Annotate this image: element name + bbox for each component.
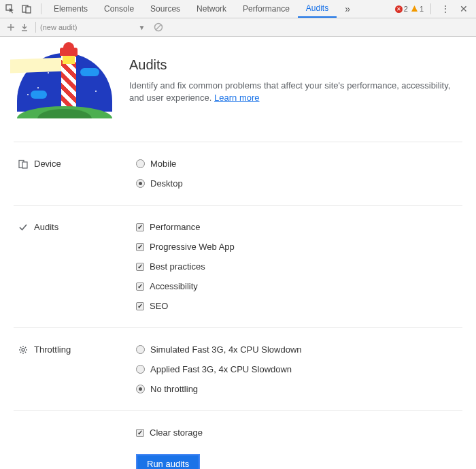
separator <box>41 3 41 14</box>
device-icon <box>18 159 29 169</box>
gear-icon <box>18 344 29 355</box>
device-label: Device <box>14 159 136 189</box>
run-audits-button[interactable]: Run audits <box>136 454 200 469</box>
checkbox-label: Clear storage <box>150 427 203 438</box>
more-tabs-icon[interactable]: » <box>337 0 358 18</box>
audits-subbar: (new audit) ▼ <box>0 18 476 37</box>
learn-more-link[interactable]: Learn more <box>214 93 259 103</box>
check-seo[interactable]: SEO <box>136 301 462 311</box>
radio-input[interactable] <box>136 365 145 374</box>
check-pwa[interactable]: Progressive Web App <box>136 242 462 252</box>
devtools-toolbar: Elements Console Sources Network Perform… <box>0 0 476 18</box>
section-footer: Clear storage Run audits <box>14 410 462 469</box>
footer-body: Clear storage Run audits <box>136 427 462 469</box>
inspect-icon[interactable] <box>4 3 16 15</box>
radio-input[interactable] <box>136 159 145 168</box>
error-icon: ✕ <box>395 5 403 13</box>
svg-point-7 <box>22 349 24 351</box>
close-icon[interactable]: ✕ <box>456 3 472 14</box>
checkbox-label: SEO <box>150 301 168 311</box>
radio-desktop[interactable]: Desktop <box>136 178 462 189</box>
download-icon[interactable] <box>18 20 31 34</box>
checkbox-input[interactable] <box>136 302 144 310</box>
svg-rect-6 <box>22 162 27 168</box>
radio-label: Desktop <box>150 178 183 189</box>
device-label-text: Device <box>34 159 61 169</box>
throttling-options: Simulated Fast 3G, 4x CPU Slowdown Appli… <box>136 344 462 394</box>
warning-icon <box>411 5 418 14</box>
hero-text: Audits Identify and fix common problems … <box>129 53 462 128</box>
radio-mobile[interactable]: Mobile <box>136 159 462 169</box>
tab-performance[interactable]: Performance <box>235 0 298 18</box>
dropdown-caret-icon[interactable]: ▼ <box>138 24 145 31</box>
radio-label: No throttling <box>150 384 198 394</box>
error-count[interactable]: ✕ 2 1 <box>395 5 424 14</box>
radio-label: Applied Fast 3G, 4x CPU Slowdown <box>150 364 292 374</box>
desc-text: Identify and fix common problems that af… <box>129 80 450 103</box>
radio-no-throttling[interactable]: No throttling <box>136 384 462 394</box>
radio-input[interactable] <box>136 179 145 188</box>
checkbox-label: Best practices <box>150 261 205 272</box>
checkbox-input[interactable] <box>136 429 144 437</box>
status-area: ✕ 2 1 ⋮ ✕ <box>395 3 472 14</box>
checkbox-input[interactable] <box>136 223 144 231</box>
radio-label: Mobile <box>150 159 176 169</box>
svg-rect-2 <box>26 7 31 13</box>
tab-network[interactable]: Network <box>188 0 235 18</box>
tab-console[interactable]: Console <box>96 0 142 18</box>
clear-icon[interactable] <box>152 20 165 34</box>
check-accessibility[interactable]: Accessibility <box>136 281 462 291</box>
new-audit-icon[interactable] <box>4 20 18 34</box>
section-throttling: Throttling Simulated Fast 3G, 4x CPU Slo… <box>14 327 462 410</box>
device-toggle-icon[interactable] <box>20 3 33 15</box>
checkbox-input[interactable] <box>136 243 144 251</box>
audits-label-text: Audits <box>34 222 58 232</box>
check-performance[interactable]: Performance <box>136 222 462 232</box>
panel-tabs: Elements Console Sources Network Perform… <box>46 0 395 18</box>
page-title: Audits <box>129 57 462 73</box>
audits-label: Audits <box>14 222 136 311</box>
lighthouse-illustration <box>14 53 129 128</box>
checkbox-label: Performance <box>150 222 200 232</box>
checkbox-label: Progressive Web App <box>150 242 235 252</box>
check-icon <box>18 222 29 233</box>
radio-label: Simulated Fast 3G, 4x CPU Slowdown <box>150 344 302 355</box>
radio-sim-fast3g[interactable]: Simulated Fast 3G, 4x CPU Slowdown <box>136 344 462 355</box>
checkbox-input[interactable] <box>136 282 144 291</box>
hero: Audits Identify and fix common problems … <box>14 53 462 142</box>
throttling-label: Throttling <box>14 344 136 394</box>
error-count-value: 2 <box>404 5 408 13</box>
radio-input[interactable] <box>136 385 145 393</box>
page-desc: Identify and fix common problems that af… <box>129 80 462 104</box>
tab-sources[interactable]: Sources <box>142 0 188 18</box>
device-options: Mobile Desktop <box>136 159 462 189</box>
section-device: Device Mobile Desktop <box>14 142 462 205</box>
section-audits: Audits Performance Progressive Web App B… <box>14 205 462 327</box>
radio-input[interactable] <box>136 345 145 354</box>
run-row: Run audits <box>136 454 462 469</box>
audits-panel: Audits Identify and fix common problems … <box>0 37 476 469</box>
svg-line-4 <box>156 25 161 30</box>
audit-dropdown[interactable]: (new audit) <box>40 23 138 31</box>
settings-menu-icon[interactable]: ⋮ <box>438 3 453 14</box>
radio-applied-fast3g[interactable]: Applied Fast 3G, 4x CPU Slowdown <box>136 364 462 374</box>
check-clear-storage[interactable]: Clear storage <box>136 427 462 438</box>
separator <box>35 22 36 33</box>
spacer <box>14 427 136 469</box>
checkbox-input[interactable] <box>136 263 144 271</box>
checkbox-label: Accessibility <box>150 281 198 291</box>
audits-options: Performance Progressive Web App Best pra… <box>136 222 462 311</box>
tab-elements[interactable]: Elements <box>46 0 96 18</box>
check-best-practices[interactable]: Best practices <box>136 261 462 272</box>
throttling-label-text: Throttling <box>34 344 71 355</box>
warning-count-value: 1 <box>420 5 424 13</box>
separator <box>430 3 431 14</box>
tab-audits[interactable]: Audits <box>298 0 337 18</box>
